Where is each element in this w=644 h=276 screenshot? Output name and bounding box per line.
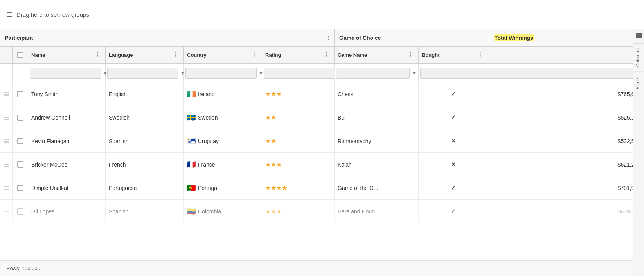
filters-panel-tab[interactable]: Filters [633,72,644,94]
col-menu-bought-icon[interactable]: ⋮ [475,50,485,60]
col-header-checkbox[interactable] [13,47,28,63]
drag-bar: ☰ Drag here to set row groups [0,0,644,29]
row-country-flag: 🇫🇷 [187,160,196,169]
row-checkbox[interactable] [17,185,23,191]
col-header-country: Country ⋮ [184,47,262,63]
filter-input-gamename[interactable] [336,68,410,79]
filter-icon-gamename[interactable]: ▼ [411,70,417,76]
row-bought-cell: ✓ [419,176,488,199]
drag-handle-icon [4,210,9,213]
row-country-cell: 🇵🇹 Portugal [184,176,262,199]
filter-cell-name: ▼ [28,64,106,82]
row-bought-cell: ✕ [419,153,488,176]
row-checkbox-cell[interactable] [13,176,28,199]
right-panel: Columns Filters [633,29,644,276]
col-header-language-label: Language [109,52,171,58]
bought-check-icon: ✓ [451,114,456,121]
filter-cell-language: ▼ [106,64,184,82]
star-icon: ★ [271,184,276,192]
row-country-cell: 🇨🇴 Colombia [184,200,262,223]
row-name-cell: Kevin Flanagan [28,129,106,152]
col-header-winnings [488,47,644,63]
row-name-cell: Gil Lopes [28,200,106,223]
svg-rect-2 [640,33,642,38]
row-gamename-cell: Kalah [335,153,419,176]
row-gamename: Game of the G... [338,185,378,191]
star-icon: ★ [265,161,271,168]
drag-bar-icon: ☰ [6,10,13,19]
row-winnings-cell: $532,507 [488,129,644,152]
bought-cross-icon: ✕ [451,161,456,168]
filter-input-rating[interactable] [264,68,335,79]
drag-handle-cell[interactable] [0,106,13,129]
drag-handle-cell[interactable] [0,200,13,223]
columns-panel-icon[interactable] [634,29,644,43]
row-gamename-cell: Rithmomachy [335,129,419,152]
row-country: France [198,161,215,168]
row-name: Bricker McGee [31,161,68,168]
col-menu-rating-icon[interactable]: ⋮ [322,50,331,60]
header-checkbox[interactable] [17,52,23,58]
filter-input-country[interactable] [185,68,257,79]
row-country-flag: 🇺🇾 [187,137,196,145]
table-row: Bricker McGee French 🇫🇷 France ★★★ Kalah… [0,153,644,176]
table-row: Gil Lopes Spanish 🇨🇴 Colombia ★★★ Hare a… [0,200,644,223]
row-winnings-cell: $639,753 [488,200,644,223]
col-menu-language-icon[interactable]: ⋮ [171,50,180,60]
col-header-gamename: Game Name ⋮ [335,47,419,63]
row-rating-cell: ★★ [262,106,335,129]
row-rating-cell: ★★★ [262,200,335,223]
row-language: Swedish [109,115,130,121]
row-checkbox[interactable] [17,91,23,97]
row-language-cell: English [106,82,184,106]
row-gamename-cell: Hare and Houn [335,200,419,223]
drag-handle-cell[interactable] [0,153,13,176]
drag-bar-text: Drag here to set row groups [16,11,89,18]
row-name: Andrew Connell [31,115,70,121]
col-menu-gamename-icon[interactable]: ⋮ [406,50,415,60]
row-language: French [109,161,126,168]
row-rating-cell: ★★★★ [262,176,335,199]
columns-panel-tab[interactable]: Columns [633,43,644,72]
drag-handle-cell[interactable] [0,129,13,152]
bought-check-icon: ✓ [451,90,456,98]
row-checkbox[interactable] [17,208,23,215]
drag-handle-icon [4,163,9,167]
row-name: Dimple Unalkat [31,185,68,191]
status-bar: Rows: 100,000 [0,260,644,276]
filter-input-language[interactable] [107,68,178,79]
col-menu-country-icon[interactable]: ⋮ [249,50,259,60]
star-icon: ★ [282,184,287,192]
col-header-name: Name ⋮ [28,47,106,63]
data-grid: Participant ⋮ Game of Choice Total Winni… [0,29,644,276]
star-icon: ★ [271,114,276,121]
row-country: Sweden [198,115,218,121]
row-checkbox-cell[interactable] [13,200,28,223]
col-header-name-label: Name [31,52,93,58]
drag-handle-cell[interactable] [0,82,13,106]
row-country-cell: 🇸🇪 Sweden [184,106,262,129]
row-checkbox-cell[interactable] [13,106,28,129]
star-icon: ★ [276,208,282,215]
row-checkbox[interactable] [17,138,23,144]
column-headers-row: Name ⋮ Language ⋮ Country ⋮ Rating ⋮ Gam… [0,47,644,64]
row-checkbox-cell[interactable] [13,129,28,152]
data-rows-container: Tony Smith English 🇮🇪 Ireland ★★★ Chess … [0,82,644,276]
row-checkbox-cell[interactable] [13,82,28,106]
row-name-cell: Tony Smith [28,82,106,106]
row-country-flag: 🇮🇪 [187,90,196,99]
filter-input-winnings[interactable] [490,68,635,79]
filter-input-name[interactable] [30,68,101,79]
filter-input-bought[interactable] [420,68,491,79]
filter-cell-country: ▼ [184,64,262,82]
row-name-cell: Andrew Connell [28,106,106,129]
drag-handle-icon [4,116,9,120]
col-menu-name-icon[interactable]: ⋮ [93,50,102,60]
row-checkbox-cell[interactable] [13,153,28,176]
drag-handle-cell[interactable] [0,176,13,199]
col-group-game-label: Game of Choice [339,35,381,41]
rating-group-menu[interactable]: ⋮ [326,35,331,41]
row-checkbox[interactable] [17,115,23,121]
row-checkbox[interactable] [17,161,23,168]
row-name: Gil Lopes [31,208,54,215]
